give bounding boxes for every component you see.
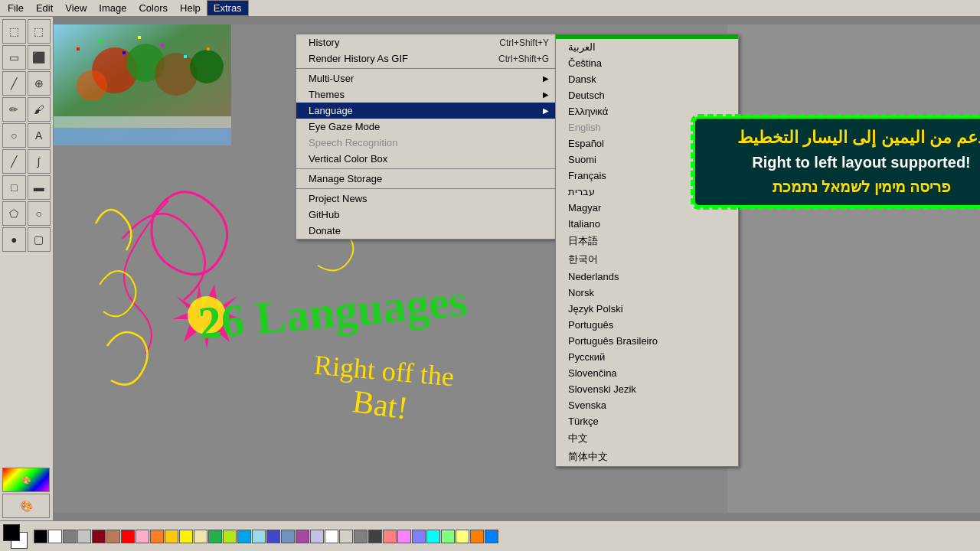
tool-ellipse-fill[interactable]: ● — [2, 227, 26, 252]
lang-russian[interactable]: Русский — [556, 349, 738, 365]
tool-rect-outline[interactable]: □ — [2, 175, 26, 200]
lang-czech[interactable]: Čeština — [556, 55, 738, 71]
color-swatch-7[interactable] — [136, 530, 149, 543]
color-swatch-8[interactable] — [150, 530, 164, 543]
lang-swedish[interactable]: Svenska — [556, 397, 738, 413]
color-swatch-31[interactable] — [485, 530, 498, 543]
lang-dutch[interactable]: Nederlands — [556, 269, 738, 285]
tool-polygon[interactable]: ⬠ — [2, 201, 26, 226]
tool-curve[interactable]: ∫ — [28, 149, 51, 174]
tool-ellipse-outline[interactable]: ○ — [28, 201, 51, 226]
menu-themes[interactable]: Themes ▶ — [296, 86, 555, 103]
color-swatch-9[interactable] — [165, 530, 178, 543]
svg-rect-9 — [100, 40, 103, 43]
color-swatch-26[interactable] — [412, 530, 426, 543]
color-swatch-0[interactable] — [34, 530, 47, 543]
tool-line[interactable]: ╱ — [2, 149, 26, 174]
tool-pencil[interactable]: ✏ — [2, 97, 26, 122]
menubar: File Edit View Image Colors Help Extras — [0, 0, 980, 17]
tool-extra1[interactable]: 🎨 — [2, 468, 50, 492]
color-swatch-2[interactable] — [63, 530, 77, 543]
menu-image[interactable]: Image — [93, 1, 132, 15]
menu-colors[interactable]: Colors — [132, 1, 174, 15]
lang-chinese-simp[interactable]: 简体中文 — [556, 448, 738, 466]
tool-extra2[interactable]: 🎨 — [2, 494, 50, 518]
menu-github[interactable]: GitHub — [296, 207, 555, 223]
lang-chinese-trad[interactable]: 中文 — [556, 429, 738, 448]
svg-rect-24 — [727, 24, 980, 513]
color-swatch-15[interactable] — [252, 530, 266, 543]
color-swatch-3[interactable] — [77, 530, 91, 543]
lang-german[interactable]: Deutsch — [556, 87, 738, 103]
color-swatch-14[interactable] — [237, 530, 251, 543]
tool-zoom[interactable]: ⊕ — [28, 71, 51, 96]
lang-korean[interactable]: 한국어 — [556, 250, 738, 269]
menu-extras[interactable]: Extras — [207, 0, 249, 16]
menu-help[interactable]: Help — [174, 1, 207, 15]
color-swatch-18[interactable] — [296, 530, 309, 543]
color-swatch-30[interactable] — [470, 530, 484, 543]
menu-history[interactable]: History Ctrl+Shift+Y — [296, 34, 555, 51]
color-swatch-13[interactable] — [223, 530, 237, 543]
menu-project-news[interactable]: Project News — [296, 191, 555, 207]
menu-render-history-gif[interactable]: Render History As GIF Ctrl+Shift+G — [296, 51, 555, 67]
menu-edit[interactable]: Edit — [30, 1, 59, 15]
color-swatch-11[interactable] — [194, 530, 207, 543]
color-swatch-25[interactable] — [397, 530, 411, 543]
color-swatch-10[interactable] — [179, 530, 193, 543]
lang-slovak[interactable]: Slovenčina — [556, 365, 738, 381]
tool-select-rect[interactable]: ⬚ — [2, 19, 26, 44]
canvas-area: 26 Languages Right off the Bat! — [54, 17, 980, 520]
tool-airbrush[interactable]: ○ — [2, 123, 26, 148]
color-swatch-29[interactable] — [456, 530, 469, 543]
lang-slovenian[interactable]: Slovenski Jezik — [556, 381, 738, 397]
color-swatch-28[interactable] — [441, 530, 455, 543]
menu-vertical-color-box[interactable]: Vertical Color Box — [296, 151, 555, 167]
svg-rect-11 — [138, 36, 141, 39]
color-swatch-27[interactable] — [426, 530, 440, 543]
color-swatch-24[interactable] — [383, 530, 397, 543]
menu-language[interactable]: Language ▶ — [296, 103, 555, 119]
menu-donate[interactable]: Donate — [296, 223, 555, 239]
color-swatch-21[interactable] — [339, 530, 353, 543]
color-swatch-16[interactable] — [266, 530, 280, 543]
menu-file[interactable]: File — [2, 1, 30, 15]
menu-manage-storage[interactable]: Manage Storage — [296, 171, 555, 187]
color-active-box — [3, 524, 28, 549]
color-swatch-23[interactable] — [368, 530, 382, 543]
lang-turkish[interactable]: Türkçe — [556, 413, 738, 429]
menu-view[interactable]: View — [59, 1, 93, 15]
svg-point-7 — [190, 50, 224, 83]
lang-portuguese-br[interactable]: Português Brasileiro — [556, 333, 738, 349]
lang-polish[interactable]: Język Polski — [556, 301, 738, 317]
color-swatch-22[interactable] — [354, 530, 368, 543]
extras-menu: History Ctrl+Shift+Y Render History As G… — [296, 34, 556, 240]
separator-2 — [296, 168, 555, 169]
lang-arabic[interactable]: العربية — [556, 39, 738, 55]
tool-eyedropper[interactable]: ╱ — [2, 71, 26, 96]
tool-rect-fill[interactable]: ▬ — [28, 175, 51, 200]
color-swatch-19[interactable] — [310, 530, 324, 543]
lang-portuguese[interactable]: Português — [556, 317, 738, 333]
color-swatch-20[interactable] — [325, 530, 338, 543]
tool-brush[interactable]: 🖌 — [28, 97, 51, 122]
lang-danish[interactable]: Dansk — [556, 71, 738, 87]
tool-text[interactable]: A — [28, 123, 51, 148]
lang-italian[interactable]: Italiano — [556, 216, 738, 232]
color-swatch-17[interactable] — [281, 530, 295, 543]
color-swatch-6[interactable] — [121, 530, 135, 543]
color-swatch-12[interactable] — [208, 530, 222, 543]
swatches-container — [34, 530, 498, 543]
tool-fill[interactable]: ⬛ — [28, 45, 51, 70]
color-swatch-5[interactable] — [106, 530, 120, 543]
tool-select-free[interactable]: ⬚ — [28, 19, 51, 44]
color-swatch-1[interactable] — [48, 530, 62, 543]
tool-eraser[interactable]: ▭ — [2, 45, 26, 70]
menu-multi-user[interactable]: Multi-User ▶ — [296, 70, 555, 86]
color-fg-swatch[interactable] — [3, 524, 20, 541]
lang-norwegian[interactable]: Norsk — [556, 285, 738, 301]
color-swatch-4[interactable] — [92, 530, 106, 543]
menu-eye-gaze-mode[interactable]: Eye Gaze Mode — [296, 119, 555, 135]
lang-japanese[interactable]: 日本語 — [556, 232, 738, 250]
tool-rect-rounded[interactable]: ▢ — [28, 227, 51, 252]
